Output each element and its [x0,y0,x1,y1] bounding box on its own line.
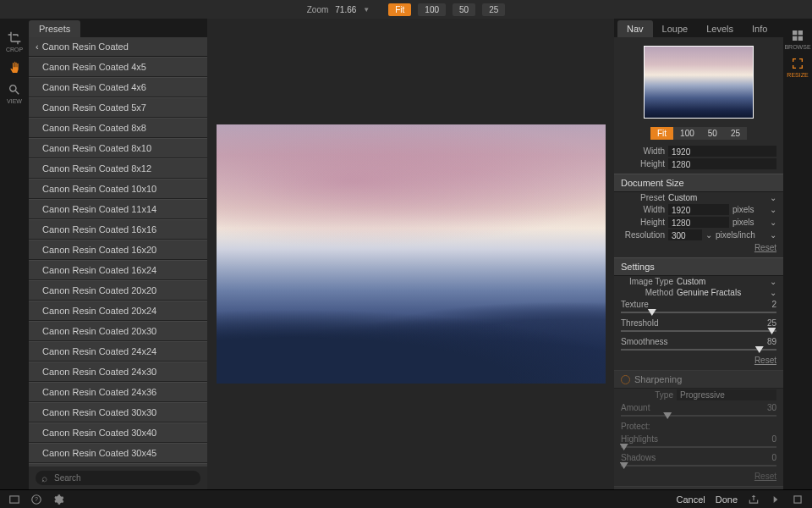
chevron-down-icon[interactable]: ⌄ [770,277,776,286]
chevron-down-icon[interactable]: ⌄ [705,230,712,240]
preset-item[interactable]: Canon Resin Coated 16x16 [29,219,207,240]
preset-item[interactable]: Canon Resin Coated 16x20 [29,240,207,260]
navigator-thumbnail[interactable] [644,46,754,119]
settings-header[interactable]: Settings [614,257,783,276]
preset-item[interactable]: Canon Resin Coated 30x45 [29,443,207,463]
nav-zoom-25[interactable]: 25 [724,127,747,140]
method-value[interactable]: Genuine Fractals [677,288,766,297]
tab-nav[interactable]: Nav [617,20,653,37]
tab-levels[interactable]: Levels [697,20,743,37]
search-input[interactable] [36,471,200,485]
sharp-type-label: Type [621,390,673,400]
right-tab-bar: Nav Loupe Levels Info [614,19,783,37]
preset-item[interactable]: Canon Resin Coated 20x20 [29,280,207,301]
chevron-down-icon[interactable]: ⌄ [770,193,776,202]
preset-item[interactable]: Canon Resin Coated 16x24 [29,260,207,280]
width-field[interactable]: 1920 [668,146,776,157]
preset-item[interactable]: Canon Resin Coated 4x6 [29,77,207,97]
chevron-down-icon[interactable]: ⌄ [770,230,776,240]
preset-item[interactable]: Canon Resin Coated 30x40 [29,422,207,443]
crop-tool[interactable]: CROP [3,29,26,55]
window-icon[interactable] [8,494,20,505]
preset-value[interactable]: Custom [668,193,766,202]
sharpening-header[interactable]: Sharpening [614,370,783,389]
chevron-down-icon[interactable]: ⌄ [770,288,776,297]
preset-item[interactable]: Canon Resin Coated 24x24 [29,341,207,362]
canvas-area[interactable] [207,19,614,489]
zoom-25-button[interactable]: 25 [482,3,505,16]
preset-item[interactable]: Canon Resin Coated 4x5 [29,57,207,77]
tab-info[interactable]: Info [743,20,776,37]
preset-item[interactable]: Canon Resin Coated 24x30 [29,362,207,382]
zoom-50-button[interactable]: 50 [453,3,475,16]
resize-label: RESIZE [787,72,808,78]
crop-label: CROP [6,47,23,52]
gear-icon[interactable] [52,494,64,505]
presets-tab[interactable]: Presets [29,20,80,37]
nav-zoom-fit[interactable]: Fit [650,127,673,140]
chevron-down-icon[interactable]: ⌄ [770,205,776,214]
sharp-reset-link: Reset [614,470,783,483]
preset-item[interactable]: Canon Resin Coated 24x36 [29,382,207,402]
zoom-fit-button[interactable]: Fit [388,3,411,16]
zoom-100-button[interactable]: 100 [418,3,446,16]
ds-height-label: Height [621,218,665,227]
filmgrain-header[interactable]: Film Grain [614,486,783,489]
square-icon[interactable] [792,494,804,505]
height-field[interactable]: 1280 [668,158,776,169]
preset-category-header[interactable]: ‹ Canon Resin Coated [29,37,207,57]
nav-zoom-50[interactable]: 50 [701,127,724,140]
help-icon[interactable]: ? [30,494,42,505]
smoothness-slider[interactable]: Smoothness89 [614,335,783,354]
preset-item[interactable]: Canon Resin Coated 8x10 [29,138,207,158]
preset-item[interactable]: Canon Resin Coated 10x10 [29,179,207,199]
preset-list[interactable]: Canon Resin Coated 4x5Canon Resin Coated… [29,57,207,467]
preset-item[interactable]: Canon Resin Coated 5x7 [29,97,207,118]
ds-res-field[interactable]: 300 [668,229,702,240]
tab-loupe[interactable]: Loupe [653,20,698,37]
browse-label: BROWSE [784,44,810,50]
browse-tool[interactable]: BROWSE [784,29,810,50]
hand-icon [8,61,21,75]
image-type-value[interactable]: Custom [677,277,766,286]
ds-reset-link[interactable]: Reset [614,241,783,254]
svg-text:?: ? [35,496,38,502]
left-toolbar: CROP VIEW [0,19,29,489]
chevron-down-icon[interactable]: ▼ [363,6,370,14]
svg-rect-3 [794,495,801,502]
protect-label: Protect: [614,420,783,433]
resize-tool[interactable]: RESIZE [787,57,808,78]
ds-width-field[interactable]: 1920 [668,204,729,215]
ds-height-unit[interactable]: pixels [732,218,766,227]
cancel-button[interactable]: Cancel [676,494,705,505]
settings-reset-link[interactable]: Reset [614,354,783,367]
done-button[interactable]: Done [716,494,738,505]
top-toolbar: Zoom 71.66 ▼ Fit 100 50 25 [0,0,812,19]
chevron-down-icon[interactable]: ⌄ [770,218,776,227]
preset-item[interactable]: Canon Resin Coated 30x30 [29,402,207,422]
nav-zoom-100[interactable]: 100 [673,127,701,140]
export-icon[interactable] [748,494,760,505]
preset-item[interactable]: Canon Resin Coated 11x14 [29,199,207,219]
view-tool[interactable]: VIEW [3,80,26,107]
bottom-bar: ? Cancel Done [0,489,812,508]
preset-item[interactable]: Canon Resin Coated 40x40 [29,463,207,467]
texture-slider[interactable]: Texture2 [614,298,783,317]
ds-width-unit[interactable]: pixels [732,205,766,214]
zoom-label: Zoom [307,5,329,14]
ds-res-unit[interactable]: pixels/inch [716,230,766,240]
svg-rect-0 [10,495,19,502]
preset-item[interactable]: Canon Resin Coated 20x24 [29,301,207,321]
document-size-header[interactable]: Document Size [614,174,783,192]
preset-item[interactable]: Canon Resin Coated 20x30 [29,321,207,341]
hand-tool[interactable] [3,58,26,77]
preset-item[interactable]: Canon Resin Coated 8x8 [29,118,207,138]
toggle-ring-icon[interactable] [621,375,630,384]
height-label: Height [621,159,665,168]
preset-item[interactable]: Canon Resin Coated 8x12 [29,158,207,179]
ds-res-label: Resolution [621,230,665,240]
chevron-right-icon[interactable] [770,494,782,505]
ds-height-field[interactable]: 1280 [668,217,729,228]
zoom-value[interactable]: 71.66 [335,5,356,14]
threshold-slider[interactable]: Threshold25 [614,317,783,335]
